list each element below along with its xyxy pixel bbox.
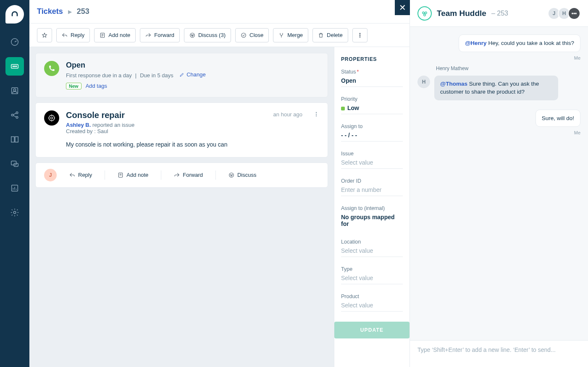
svg-point-6 (13, 89, 16, 91)
svg-point-34 (425, 12, 427, 14)
svg-point-13 (13, 211, 16, 214)
team-huddle-panel: ✕ Team Huddle – 253 J H ••• @Henry Hey, … (410, 0, 588, 367)
svg-point-25 (316, 112, 317, 113)
prop-order-id[interactable]: Order ID Enter a number (341, 178, 403, 196)
nav-settings[interactable] (5, 203, 24, 222)
add-note-button[interactable]: Add note (94, 28, 136, 42)
update-button[interactable]: UPDATE (334, 322, 410, 338)
properties-panel: PROPERTIES Status* Open Priority Low Ass… (334, 47, 410, 367)
issue-timestamp: an hour ago (273, 111, 302, 118)
nav-tickets[interactable] (5, 57, 24, 76)
reply-button[interactable]: Reply (56, 28, 90, 42)
svg-point-16 (191, 34, 192, 35)
ticket-sla: First response due in a day|Due in 5 day… (66, 71, 319, 79)
prop-location[interactable]: Location Select value (341, 239, 403, 257)
message-row: H @Thomas Sure thing. Can you ask the cu… (417, 76, 580, 100)
svg-point-32 (231, 175, 232, 176)
forward-button[interactable]: Forward (140, 28, 180, 42)
merge-button[interactable]: Merge (273, 28, 308, 42)
close-huddle-button[interactable]: ✕ (395, 0, 410, 15)
close-label: Close (249, 32, 263, 38)
svg-point-17 (193, 34, 194, 35)
message-meta: Me (417, 130, 580, 135)
star-button[interactable] (37, 28, 52, 42)
add-tags-link[interactable]: Add tags (86, 83, 107, 89)
main-column: Tickets ▶ 253 Reply Add note Forward Dis… (29, 0, 410, 367)
discuss-button[interactable]: Discuss (3) (184, 28, 231, 42)
chevron-right-icon: ▶ (68, 9, 72, 15)
issue-author-link[interactable]: Ashley B. (66, 122, 91, 128)
message-bubble: Sure, will do! (536, 110, 580, 127)
breadcrumb-bar: Tickets ▶ 253 (29, 0, 410, 24)
mention[interactable]: @Henry (465, 40, 486, 46)
app-logo[interactable] (5, 5, 24, 24)
huddle-input-field[interactable] (417, 346, 580, 353)
ticket-center: Open First response due in a day|Due in … (29, 47, 334, 367)
prop-assign-to[interactable]: Assign to - - / - - (341, 123, 403, 142)
nav-social[interactable] (5, 106, 24, 124)
svg-point-33 (423, 12, 425, 14)
nav-chat[interactable] (5, 155, 24, 173)
svg-point-30 (230, 174, 231, 175)
svg-point-35 (424, 14, 426, 16)
issue-subtitle: Ashley B. reported an issue Created by :… (66, 122, 134, 134)
action-toolbar: Reply Add note Forward Discuss (3) Close… (29, 24, 410, 47)
close-button[interactable]: Close (235, 28, 269, 42)
ticket-status-card: Open First response due in a day|Due in … (35, 53, 328, 97)
svg-point-23 (49, 115, 54, 121)
nav-reports[interactable] (5, 179, 24, 197)
reply-bar: J Reply Add note Forward D (35, 163, 328, 188)
prop-type[interactable]: Type Select value (341, 266, 403, 284)
add-note-action[interactable]: Add note (113, 169, 152, 181)
more-participants-button[interactable]: ••• (568, 7, 580, 20)
reply-action[interactable]: Reply (65, 169, 96, 181)
prop-status[interactable]: Status* Open (341, 69, 403, 87)
issue-title: Console repair (66, 110, 134, 120)
svg-point-19 (242, 33, 246, 37)
svg-point-4 (16, 66, 17, 67)
ticket-status-title: Open (66, 61, 319, 70)
prop-priority[interactable]: Priority Low (341, 96, 403, 114)
message-sender: Henry Mathew (436, 66, 580, 71)
delete-button[interactable]: Delete (312, 28, 348, 42)
prop-issue[interactable]: Issue Select value (341, 151, 403, 169)
huddle-messages: @Henry Hey, could you take a look at thi… (410, 27, 588, 340)
prop-product[interactable]: Product Select value (341, 294, 403, 312)
message-meta: Me (417, 55, 580, 60)
more-actions-button[interactable] (352, 28, 368, 42)
issue-more-button[interactable] (313, 111, 319, 118)
huddle-icon (417, 6, 432, 21)
target-icon (44, 110, 59, 126)
current-user-avatar: J (44, 169, 57, 181)
nav-contacts[interactable] (5, 81, 24, 100)
forward-action[interactable]: Forward (170, 169, 207, 181)
svg-point-20 (360, 33, 360, 34)
merge-label: Merge (287, 32, 303, 38)
message-row: Sure, will do! (417, 110, 580, 127)
svg-point-24 (51, 117, 53, 119)
discuss-label: Discuss (3) (198, 32, 226, 38)
huddle-composer (410, 340, 588, 367)
nav-solutions[interactable] (5, 130, 24, 149)
delete-label: Delete (327, 32, 343, 38)
huddle-participants: J H ••• (550, 7, 580, 20)
prop-assign-internal[interactable]: Assign to (internal) No groups mapped fo… (341, 205, 403, 230)
properties-heading: PROPERTIES (341, 56, 403, 62)
message-row: @Henry Hey, could you take a look at thi… (417, 34, 580, 52)
svg-point-27 (316, 115, 317, 116)
workspace: Open First response due in a day|Due in … (29, 47, 410, 367)
svg-point-26 (316, 113, 317, 114)
issue-body: My console is not working, please repair… (66, 141, 319, 148)
huddle-title: Team Huddle (437, 9, 486, 18)
discuss-action[interactable]: Discuss (224, 169, 261, 181)
change-sla-link[interactable]: Change (179, 71, 206, 78)
mention[interactable]: @Thomas (440, 81, 467, 87)
breadcrumb-root[interactable]: Tickets (37, 7, 63, 16)
message-bubble: @Henry Hey, could you take a look at thi… (459, 34, 580, 52)
sender-avatar: H (417, 76, 430, 88)
svg-point-2 (13, 66, 13, 67)
nav-dashboard[interactable] (5, 33, 24, 51)
svg-point-18 (192, 35, 193, 36)
huddle-header: Team Huddle – 253 J H ••• (410, 0, 588, 27)
svg-point-31 (232, 174, 233, 175)
